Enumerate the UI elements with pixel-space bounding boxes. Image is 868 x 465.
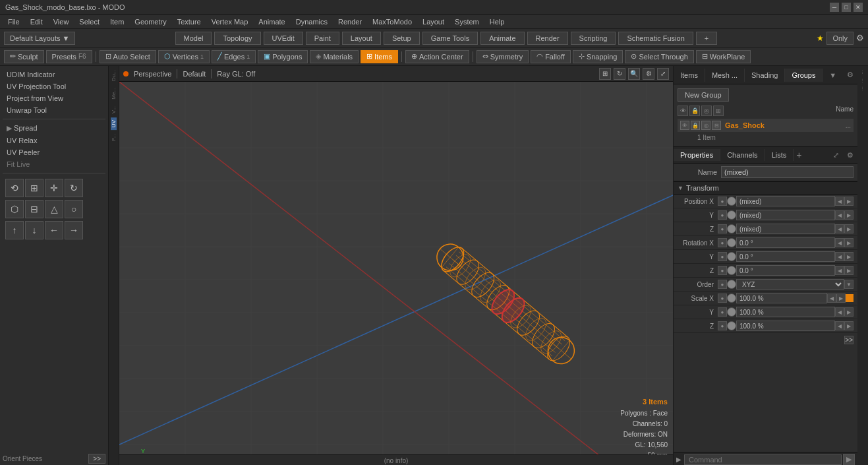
pos-z-lock-icon[interactable]: ● — [718, 224, 727, 233]
menu-vertex-map[interactable]: Vertex Map — [206, 16, 254, 27]
pos-z-left-icon[interactable]: ◀ — [835, 224, 844, 233]
tab-render[interactable]: Render — [527, 32, 568, 45]
new-group-button[interactable]: New Group — [678, 88, 729, 102]
pos-x-left-icon[interactable]: ◀ — [835, 197, 844, 206]
tab-groups[interactable]: Groups — [785, 69, 823, 82]
minimize-button[interactable]: ─ — [830, 3, 839, 12]
vp-icon-rotate[interactable]: ↻ — [614, 68, 625, 80]
vp-icon-expand[interactable]: ⤢ — [657, 68, 669, 80]
lv-tab-v[interactable]: V... — [111, 104, 117, 116]
pos-z-right-icon[interactable]: ▶ — [844, 224, 854, 233]
eye-icon[interactable]: 👁 — [678, 106, 688, 116]
uv-projection-tool-item[interactable]: UV Projection Tool — [3, 80, 105, 92]
right-arrow-btn[interactable]: → — [65, 221, 83, 239]
tab-layout[interactable]: Layout — [342, 32, 381, 45]
close-button[interactable]: ✕ — [854, 3, 863, 12]
rotate-icon-btn[interactable]: ↻ — [65, 179, 83, 197]
scale-z-left-icon[interactable]: ◀ — [835, 321, 844, 330]
tri-icon-btn[interactable]: △ — [45, 200, 63, 218]
rot-y-lock-icon[interactable]: ● — [718, 252, 727, 261]
lock-icon[interactable]: 🔒 — [689, 106, 700, 116]
rot-z-right-icon[interactable]: ▶ — [844, 266, 854, 275]
gear-icon[interactable]: ⚙ — [856, 33, 864, 43]
order-down-icon[interactable]: ▼ — [844, 280, 854, 289]
menu-select[interactable]: Select — [74, 16, 105, 27]
edges-button[interactable]: ╱ Edges 1 — [212, 50, 256, 63]
tab-uvedit[interactable]: UVEdit — [264, 32, 303, 45]
menu-edit[interactable]: Edit — [25, 16, 48, 27]
scale-x-right-icon[interactable]: ▶ — [836, 294, 846, 303]
menu-animate[interactable]: Animate — [253, 16, 290, 27]
tab-shading[interactable]: Shading — [745, 69, 785, 82]
scale-y-input[interactable] — [736, 307, 835, 317]
more-props-button[interactable]: >> — [844, 336, 854, 344]
tab-topology[interactable]: Topology — [214, 32, 260, 45]
lv-tab-f[interactable]: F... — [111, 131, 117, 144]
scale-x-input[interactable] — [736, 293, 827, 303]
presets-button[interactable]: Presets F6 — [46, 50, 92, 63]
falloff-button[interactable]: ◠ Falloff — [531, 50, 571, 63]
down-arrow-btn[interactable]: ↓ — [25, 221, 43, 239]
scale-y-left-icon[interactable]: ◀ — [835, 307, 844, 317]
perspective-label[interactable]: Perspective — [134, 70, 171, 78]
group-render-icon[interactable]: ◎ — [701, 121, 710, 130]
menu-maxtomode[interactable]: MaxToModo — [367, 16, 417, 27]
rot-z-lock-icon[interactable]: ● — [718, 266, 727, 275]
vp-icon-search[interactable]: 🔍 — [628, 68, 640, 80]
rotation-z-input[interactable] — [736, 265, 835, 276]
tab-lists[interactable]: Lists — [765, 149, 794, 161]
position-x-input[interactable] — [736, 196, 835, 206]
symmetry-button[interactable]: ⇔ Symmetry — [477, 50, 529, 63]
menu-render[interactable]: Render — [333, 16, 367, 27]
scale-z-lock-icon[interactable]: ● — [718, 321, 727, 330]
rotation-x-input[interactable] — [736, 237, 835, 248]
settings-top-icon[interactable]: ⚙ — [843, 68, 857, 82]
menu-layout[interactable]: Layout — [417, 16, 449, 27]
select-through-button[interactable]: ⊙ Select Through — [625, 50, 693, 63]
project-from-view-item[interactable]: Project from View — [3, 92, 105, 104]
group-icon[interactable]: ⊞ — [713, 106, 724, 116]
name-prop-value[interactable]: (mixed) — [721, 166, 854, 178]
pos-y-lock-icon[interactable]: ● — [718, 210, 727, 220]
pos-x-lock-icon[interactable]: ● — [718, 197, 727, 206]
menu-help[interactable]: Help — [484, 16, 510, 27]
scale-z-input[interactable] — [736, 321, 835, 331]
polygons-button[interactable]: ▣ Polygons — [258, 50, 308, 63]
uv-peeler-item[interactable]: UV Peeler — [3, 146, 105, 158]
order-select[interactable]: XYZ — [736, 279, 844, 290]
tab-paint[interactable]: Paint — [306, 32, 339, 45]
tab-setup[interactable]: Setup — [384, 32, 420, 45]
fit-live-item[interactable]: Fit Live — [3, 158, 105, 170]
scale-x-lock-icon[interactable]: ● — [718, 294, 727, 303]
rot-y-left-icon[interactable]: ◀ — [835, 252, 844, 261]
tab-schematic[interactable]: Schematic Fusion — [618, 32, 693, 45]
rotation-y-input[interactable] — [736, 251, 835, 262]
tab-items[interactable]: Items — [674, 69, 705, 82]
transform-icon-btn[interactable]: ⟲ — [5, 179, 24, 197]
rs-tab-3[interactable]: ... — [858, 85, 867, 92]
uv-relax-item[interactable]: UV Relax — [3, 135, 105, 146]
workplane-button[interactable]: ⊟ WorkPlane — [696, 50, 751, 63]
materials-button[interactable]: ◈ Materials — [310, 50, 359, 63]
group-lock-icon[interactable]: 🔒 — [691, 121, 700, 130]
settings-bottom-icon[interactable]: ⚙ — [843, 149, 857, 162]
unwrap-tool-item[interactable]: Unwrap Tool — [3, 104, 105, 116]
default-label[interactable]: Default — [183, 70, 206, 78]
default-layouts-button[interactable]: Default Layouts ▼ — [4, 32, 75, 45]
uv-icon-btn[interactable]: ⬡ — [5, 200, 24, 218]
menu-file[interactable]: File — [3, 16, 25, 27]
items-button[interactable]: ⊞ Items — [361, 50, 398, 63]
menu-geometry[interactable]: Geometry — [129, 16, 171, 27]
add-tab-button[interactable]: + — [796, 150, 801, 160]
lv-tab-me[interactable]: Me... — [111, 85, 117, 102]
tab-animate[interactable]: Animate — [480, 32, 524, 45]
left-arrow-btn[interactable]: ← — [45, 221, 63, 239]
rot-y-right-icon[interactable]: ▶ — [844, 252, 854, 261]
rs-tab-1[interactable]: ... — [858, 69, 867, 76]
scale-icon-btn[interactable]: ⊞ — [25, 179, 43, 197]
rot-x-left-icon[interactable]: ◀ — [835, 238, 844, 247]
scale-x-left-icon[interactable]: ◀ — [827, 294, 836, 303]
tab-properties[interactable]: Properties — [674, 149, 720, 161]
viewport-canvas[interactable]: X Z Y 3 Items Polygons : Face Channels: … — [119, 82, 673, 465]
tab-channels[interactable]: Channels — [720, 149, 765, 161]
